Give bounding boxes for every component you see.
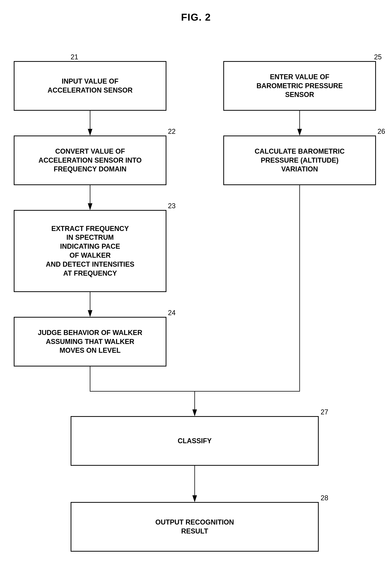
figure-title: FIG. 2	[0, 0, 392, 23]
box-28: OUTPUT RECOGNITION RESULT	[70, 502, 319, 552]
box-26: CALCULATE BAROMETRIC PRESSURE (ALTITUDE)…	[223, 136, 376, 185]
ref-27: 27	[321, 408, 328, 416]
ref-24: 24	[168, 309, 176, 317]
box-27-label: CLASSIFY	[178, 437, 212, 445]
diagram-container: INPUT VALUE OF ACCELERATION SENSOR 21 CO…	[0, 25, 392, 569]
box-28-label: OUTPUT RECOGNITION RESULT	[155, 518, 234, 536]
ref-26: 26	[378, 127, 385, 136]
box-27: CLASSIFY	[70, 416, 319, 466]
ref-22: 22	[168, 127, 176, 136]
box-21-label: INPUT VALUE OF ACCELERATION SENSOR	[47, 77, 132, 95]
box-24-label: JUDGE BEHAVIOR OF WALKER ASSUMING THAT W…	[38, 328, 142, 355]
box-23: EXTRACT FREQUENCY IN SPECTRUM INDICATING…	[14, 210, 167, 292]
ref-23: 23	[168, 202, 176, 210]
ref-28: 28	[321, 494, 328, 502]
box-26-label: CALCULATE BAROMETRIC PRESSURE (ALTITUDE)…	[255, 147, 345, 174]
box-24: JUDGE BEHAVIOR OF WALKER ASSUMING THAT W…	[14, 317, 167, 366]
ref-25: 25	[374, 53, 382, 61]
box-22-label: CONVERT VALUE OF ACCELERATION SENSOR INT…	[39, 147, 142, 174]
ref-21: 21	[70, 53, 78, 61]
box-25-label: ENTER VALUE OF BAROMETRIC PRESSURE SENSO…	[256, 72, 343, 99]
box-21: INPUT VALUE OF ACCELERATION SENSOR	[14, 61, 167, 111]
box-22: CONVERT VALUE OF ACCELERATION SENSOR INT…	[14, 136, 167, 185]
box-25: ENTER VALUE OF BAROMETRIC PRESSURE SENSO…	[223, 61, 376, 111]
box-23-label: EXTRACT FREQUENCY IN SPECTRUM INDICATING…	[46, 224, 134, 278]
